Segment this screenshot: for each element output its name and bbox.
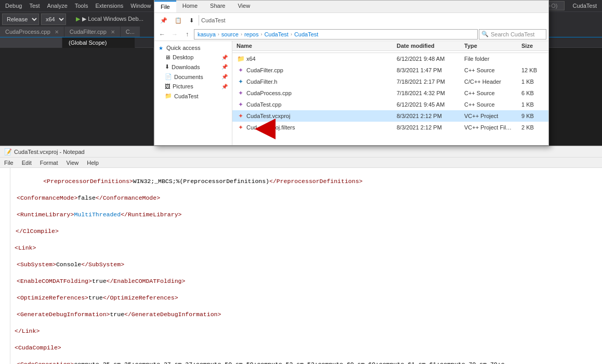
nav-cudatest[interactable]: 📁 CudaTest bbox=[154, 91, 232, 101]
tab-close-icon[interactable]: ✕ bbox=[111, 29, 115, 35]
notepad-menu-view[interactable]: View bbox=[62, 159, 83, 167]
ribbon-icon-btn[interactable]: 📋 bbox=[172, 16, 185, 25]
file-date: 6/12/2021 9:48 AM bbox=[392, 56, 460, 62]
pin-icon-4: 📌 bbox=[221, 84, 228, 89]
file-row-filters[interactable]: ✦ Cud...vcxproj.filters 8/3/2021 2:12 PM… bbox=[232, 122, 548, 133]
file-date: 7/18/2021 4:32 PM bbox=[392, 90, 460, 96]
path-cudatest2[interactable]: CudaTest bbox=[294, 31, 318, 37]
scope-selector-2[interactable]: (Global Scope) bbox=[62, 37, 135, 48]
ribbon-tab-view[interactable]: View bbox=[231, 1, 256, 12]
nav-pictures[interactable]: 🖼 Pictures 📌 bbox=[154, 82, 232, 91]
path-arrow-3: › bbox=[260, 32, 262, 37]
file-name: CudaTest.cpp bbox=[246, 101, 281, 108]
path-source[interactable]: source bbox=[221, 31, 239, 37]
notepad-icon: 📝 bbox=[4, 148, 12, 155]
file-type: C++ Source bbox=[460, 101, 517, 108]
address-path[interactable]: kasuya › source › repos › CudaTest › Cud… bbox=[194, 29, 478, 40]
file-name: CudaFilter.cpp bbox=[246, 67, 283, 73]
ribbon-tab-share[interactable]: Share bbox=[204, 1, 231, 12]
nav-desktop[interactable]: 🖥 Desktop 📌 bbox=[154, 53, 232, 62]
nav-back-button[interactable]: ← bbox=[156, 29, 168, 40]
run-button[interactable]: ▶ ▶ Local Windows Deb... bbox=[68, 14, 151, 25]
file-size: 9 KB bbox=[517, 113, 548, 119]
notepad-menu-file[interactable]: File bbox=[0, 159, 18, 167]
notepad-window: 📝 CudaTest.vcxproj - Notepad File Edit F… bbox=[0, 146, 602, 364]
pin-icon-2: 📌 bbox=[221, 64, 228, 70]
line-numbers bbox=[0, 168, 10, 364]
tab-cuda-filter[interactable]: CudaFilter.cpp ✕ bbox=[64, 27, 121, 37]
notepad-titlebar: 📝 CudaTest.vcxproj - Notepad bbox=[0, 146, 602, 158]
path-kasuya[interactable]: kasuya bbox=[198, 31, 216, 37]
code-content[interactable]: <PreprocessorDefinitions>WIN32;_MBCS;%(P… bbox=[10, 168, 602, 364]
search-box[interactable]: 🔍 Search CudaTest bbox=[479, 29, 546, 40]
nav-downloads-label: Downloads bbox=[172, 64, 200, 70]
folder-icon: 📁 bbox=[165, 93, 172, 99]
menu-tools[interactable]: Tools bbox=[72, 2, 91, 10]
address-bar: ← → ↑ kasuya › source › repos › CudaTest… bbox=[154, 28, 548, 41]
tab-close-icon[interactable]: ✕ bbox=[55, 29, 59, 35]
explorer-content: ★ Quick access 🖥 Desktop 📌 ⬇ Downloads 📌… bbox=[154, 41, 548, 145]
file-name: CudaFilter.h bbox=[246, 79, 277, 85]
nav-downloads[interactable]: ⬇ Downloads 📌 bbox=[154, 62, 232, 72]
menu-analyze[interactable]: Analyze bbox=[44, 2, 71, 10]
menu-window[interactable]: Window bbox=[127, 2, 154, 10]
file-name: x64 bbox=[246, 56, 256, 62]
path-arrow-1: › bbox=[218, 32, 219, 37]
file-date: 7/18/2021 2:17 PM bbox=[392, 79, 460, 85]
tab-cuda-process[interactable]: CudaProcess.cpp ✕ bbox=[0, 27, 64, 37]
notepad-menubar: File Edit Format View Help bbox=[0, 158, 602, 168]
file-row-cudafilter-cpp[interactable]: ✦ CudaFilter.cpp 8/3/2021 1:47 PM C++ So… bbox=[232, 64, 548, 76]
ribbon-tab-home[interactable]: Home bbox=[176, 1, 204, 12]
nav-cudatest-label: CudaTest bbox=[174, 93, 198, 99]
file-size: 1 KB bbox=[517, 79, 548, 85]
ribbon-title: CudaTest bbox=[201, 17, 225, 23]
nav-documents[interactable]: 📄 Documents 📌 bbox=[154, 72, 232, 82]
path-arrow-2: › bbox=[241, 32, 242, 37]
files-header: Name Date modified Type Size bbox=[232, 41, 548, 51]
col-name-header[interactable]: Name bbox=[232, 41, 392, 50]
ribbon-back-btn[interactable]: 📌 bbox=[158, 16, 170, 25]
file-date: 6/12/2021 9:45 AM bbox=[392, 101, 460, 108]
path-arrow-4: › bbox=[291, 32, 292, 37]
col-size-header[interactable]: Size bbox=[517, 41, 548, 50]
path-repos[interactable]: repos bbox=[244, 31, 259, 37]
downloads-icon: ⬇ bbox=[165, 63, 169, 70]
col-date-header[interactable]: Date modified bbox=[392, 41, 460, 50]
nav-quick-access[interactable]: ★ Quick access bbox=[154, 43, 232, 53]
search-label: Search CudaTest bbox=[491, 31, 534, 37]
file-row-cudafilter-h[interactable]: ✦ CudaFilter.h 7/18/2021 2:17 PM C/C++ H… bbox=[232, 76, 548, 87]
nav-up-button[interactable]: ↑ bbox=[181, 29, 193, 40]
notepad-menu-format[interactable]: Format bbox=[36, 159, 62, 167]
file-row-cudatest-vcxproj[interactable]: ✦ CudaTest.vcxproj 8/3/2021 2:12 PM VC++… bbox=[232, 110, 548, 122]
file-type: C++ Source bbox=[460, 90, 517, 96]
menu-test[interactable]: Test bbox=[26, 2, 43, 10]
pictures-icon: 🖼 bbox=[165, 83, 171, 89]
ribbon-sep bbox=[199, 15, 199, 25]
play-icon: ▶ bbox=[76, 16, 80, 22]
ribbon-tab-file[interactable]: File bbox=[154, 1, 176, 12]
notepad-menu-edit[interactable]: Edit bbox=[18, 159, 36, 167]
pin-icon: 📌 bbox=[221, 55, 228, 60]
menu-extensions[interactable]: Extensions bbox=[92, 2, 126, 10]
quick-access-star-icon: ★ bbox=[159, 45, 163, 51]
file-row-cudaprocess-cpp[interactable]: ✦ CudaProcess.cpp 7/18/2021 4:32 PM C++ … bbox=[232, 87, 548, 99]
red-arrow-cursor bbox=[255, 119, 276, 139]
config-selector[interactable]: Release bbox=[2, 14, 39, 25]
file-row-x64[interactable]: 📁 x64 6/12/2021 9:48 AM File folder bbox=[232, 53, 548, 64]
platform-selector[interactable]: x64 bbox=[41, 14, 66, 25]
run-label: ▶ Local Windows Deb... bbox=[82, 16, 143, 22]
ribbon-toolbar: 📌 📋 ⬇ CudaTest bbox=[154, 13, 548, 28]
ribbon-pin-btn[interactable]: ⬇ bbox=[187, 16, 197, 25]
col-type-header[interactable]: Type bbox=[460, 41, 517, 50]
notepad-menu-help[interactable]: Help bbox=[83, 159, 103, 167]
desktop-icon: 🖥 bbox=[165, 54, 171, 60]
tab-third[interactable]: C... bbox=[121, 27, 140, 37]
scope-selector-1[interactable] bbox=[0, 37, 62, 48]
explorer-files: Name Date modified Type Size 📁 x64 6/12/… bbox=[232, 41, 548, 145]
nav-forward-button[interactable]: → bbox=[169, 29, 180, 40]
file-type: File folder bbox=[460, 56, 517, 62]
file-row-cudatest-cpp[interactable]: ✦ CudaTest.cpp 6/12/2021 9:45 AM C++ Sou… bbox=[232, 99, 548, 110]
menu-debug[interactable]: Debug bbox=[2, 2, 25, 10]
path-cudatest1[interactable]: CudaTest bbox=[264, 31, 288, 37]
explorer-nav: ★ Quick access 🖥 Desktop 📌 ⬇ Downloads 📌… bbox=[154, 41, 232, 145]
